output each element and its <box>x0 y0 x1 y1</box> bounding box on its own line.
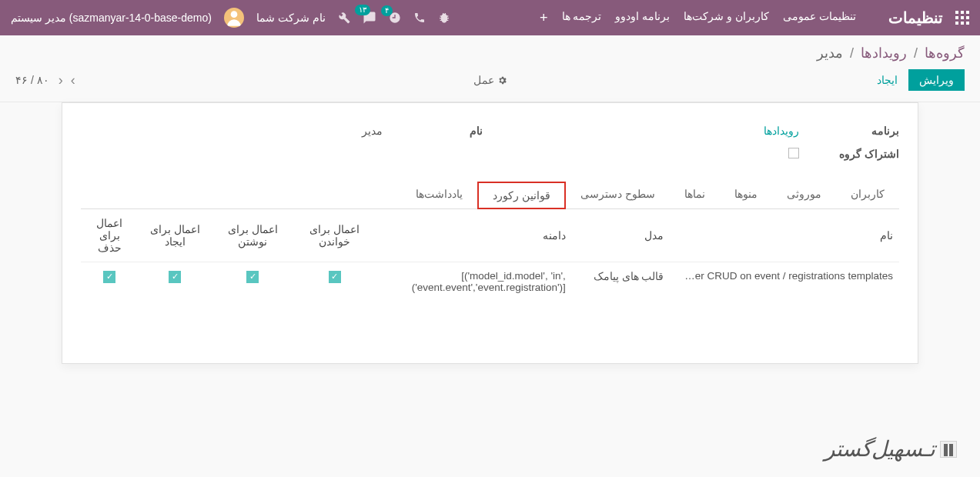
vendor-logo-text: تـسهیل‌گستر <box>824 436 935 462</box>
tab-users[interactable]: کاربران <box>836 181 899 208</box>
tab-menus[interactable]: منوها <box>720 181 772 208</box>
main-menu: تنظیمات عمومی کاربران و شرکت‌ها برنامه ا… <box>540 10 856 26</box>
cell-domain: [('model_id.model', 'in', ('event.event'… <box>376 262 572 302</box>
tab-record-rules[interactable]: قوانین رکورد <box>477 182 566 209</box>
create-button[interactable]: ایجاد <box>866 69 908 91</box>
svg-point-0 <box>231 11 238 18</box>
table-row[interactable]: …er CRUD on event / registrations templa… <box>81 262 899 302</box>
tab-views[interactable]: نماها <box>670 181 720 208</box>
breadcrumb-current: مدیر <box>817 45 843 61</box>
gear-icon <box>497 75 507 85</box>
checkbox-share[interactable] <box>788 148 799 158</box>
activities-icon[interactable]: ۴ <box>389 12 401 24</box>
menu-translations[interactable]: ترجمه ها <box>562 10 602 26</box>
th-name: نام <box>670 209 899 262</box>
action-menu[interactable]: عمل <box>473 74 507 86</box>
th-delete: اعمال برای حذف <box>81 209 138 262</box>
pager-text: ۴۶ / ۸۰ <box>15 74 49 86</box>
top-navbar: تنظیمات تنظیمات عمومی کاربران و شرکت‌ها … <box>0 0 980 35</box>
label-share: اشتراک گروه <box>814 148 899 161</box>
user-menu[interactable]: مدیر سیستم (sazmanyar-14-0-base-demo) <box>11 12 212 24</box>
pager-prev[interactable]: › <box>59 72 63 88</box>
th-write: اعمال برای نوشتن <box>212 209 293 262</box>
th-create: اعمال برای ایجاد <box>138 209 212 262</box>
label-name: نام <box>398 125 483 137</box>
breadcrumb-root[interactable]: گروه‌ها <box>925 45 965 61</box>
record-rules-table: نام مدل دامنه اعمال برای خواندن اعمال بر… <box>81 209 899 301</box>
cell-model: قالب های پیامک <box>572 262 671 302</box>
breadcrumb: گروه‌ها / رویدادها / مدیر <box>0 35 980 66</box>
control-bar: ویرایش ایجاد عمل ۴۶ / ۸۰ › ‹ <box>0 66 980 102</box>
menu-general-settings[interactable]: تنظیمات عمومی <box>783 10 856 26</box>
tab-access-rights[interactable]: سطوح دسترسی <box>566 181 670 208</box>
bug-icon[interactable] <box>438 12 450 24</box>
checkbox-delete[interactable] <box>103 271 115 283</box>
user-avatar-icon[interactable] <box>224 8 244 28</box>
messages-badge: ۱۳ <box>355 5 370 15</box>
field-app[interactable]: رویدادها <box>764 125 799 137</box>
tabs: کاربران موروثی منوها نماها سطوح دسترسی ق… <box>81 181 899 209</box>
th-domain: دامنه <box>376 209 572 262</box>
checkbox-read[interactable] <box>329 271 341 283</box>
activities-badge: ۴ <box>381 5 393 16</box>
company-switcher[interactable]: نام شرکت شما <box>256 12 326 24</box>
vendor-logo-icon <box>940 441 957 458</box>
edit-button[interactable]: ویرایش <box>908 69 965 91</box>
menu-new[interactable]: + <box>540 10 548 26</box>
label-app: برنامه <box>814 125 899 137</box>
th-read: اعمال برای خواندن <box>293 209 375 262</box>
breadcrumb-mid[interactable]: رویدادها <box>861 45 907 61</box>
cell-name: …er CRUD on event / registrations templa… <box>670 262 899 302</box>
phone-icon[interactable] <box>413 12 426 24</box>
settings-wrench-icon[interactable] <box>338 12 350 24</box>
messages-icon[interactable]: ۱۳ <box>363 11 376 25</box>
field-name: مدیر <box>81 125 383 137</box>
checkbox-write[interactable] <box>246 271 259 283</box>
form-sheet: برنامه رویدادها نام مدیر اشتراک گروه کار… <box>62 102 918 364</box>
apps-grid-icon[interactable] <box>955 11 969 25</box>
menu-odoo-app[interactable]: برنامه اودوو <box>615 10 670 26</box>
th-model: مدل <box>572 209 671 262</box>
checkbox-create[interactable] <box>169 271 181 283</box>
navbar-right: ۴ ۱۳ نام شرکت شما مدیر سیستم (sazmanyar-… <box>11 8 450 28</box>
menu-users-companies[interactable]: کاربران و شرکت‌ها <box>684 10 769 26</box>
app-title: تنظیمات <box>888 8 943 27</box>
pager-next[interactable]: ‹ <box>71 72 75 88</box>
action-label: عمل <box>473 74 494 86</box>
pager: ۴۶ / ۸۰ › ‹ <box>15 72 75 88</box>
tab-inherited[interactable]: موروثی <box>772 181 836 208</box>
tab-notes[interactable]: یادداشت‌ها <box>401 181 477 208</box>
vendor-logo: تـسهیل‌گستر <box>824 436 957 462</box>
